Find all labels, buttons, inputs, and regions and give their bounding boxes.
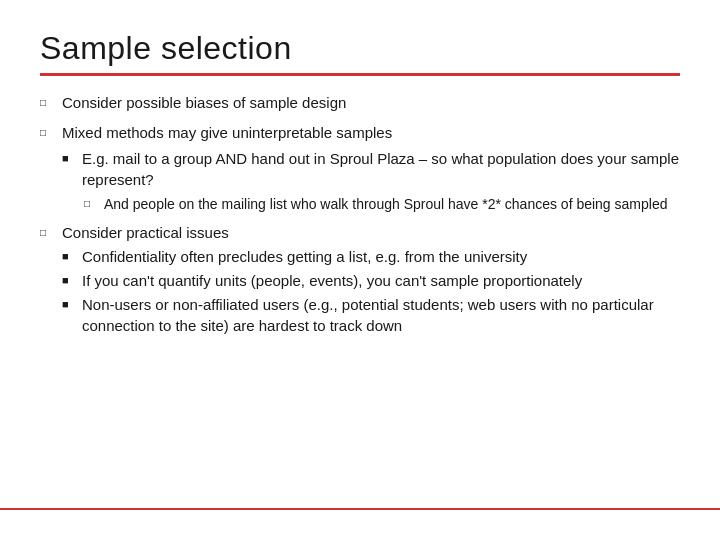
slide-title: Sample selection bbox=[40, 30, 680, 67]
list-item: □ Mixed methods may give uninterpretable… bbox=[40, 122, 680, 144]
bullet-text: E.g. mail to a group AND hand out in Spr… bbox=[82, 148, 680, 192]
bullet-text: Consider practical issues bbox=[62, 222, 680, 244]
content-area: □ Consider possible biases of sample des… bbox=[40, 92, 680, 337]
bullet-marker: □ bbox=[84, 197, 104, 212]
bullet-text: Confidentiality often precludes getting … bbox=[82, 246, 680, 268]
bullet-marker: □ bbox=[40, 226, 62, 241]
bullet-text: Non-users or non-affiliated users (e.g.,… bbox=[82, 294, 680, 338]
bullet-marker: □ bbox=[40, 126, 62, 141]
bullet-text: If you can't quantify units (people, eve… bbox=[82, 270, 680, 292]
title-underline bbox=[40, 73, 680, 76]
list-item: ■ E.g. mail to a group AND hand out in S… bbox=[62, 148, 680, 192]
list-item: □ Consider possible biases of sample des… bbox=[40, 92, 680, 114]
list-item: ■ Confidentiality often precludes gettin… bbox=[62, 246, 680, 268]
bullet-marker: □ bbox=[40, 96, 62, 111]
slide: Sample selection □ Consider possible bia… bbox=[0, 0, 720, 540]
list-item: ■ If you can't quantify units (people, e… bbox=[62, 270, 680, 292]
bullet-marker: ■ bbox=[62, 151, 82, 167]
bullet-marker: ■ bbox=[62, 273, 82, 289]
list-item: □ And people on the mailing list who wal… bbox=[84, 194, 680, 214]
bullet-text: And people on the mailing list who walk … bbox=[104, 194, 680, 214]
bullet-marker: ■ bbox=[62, 297, 82, 313]
bullet-text: Mixed methods may give uninterpretable s… bbox=[62, 122, 680, 144]
bottom-rule bbox=[0, 508, 720, 510]
list-item: ■ Non-users or non-affiliated users (e.g… bbox=[62, 294, 680, 338]
bullet-marker: ■ bbox=[62, 249, 82, 265]
list-item: □ Consider practical issues bbox=[40, 222, 680, 244]
bullet-text: Consider possible biases of sample desig… bbox=[62, 92, 680, 114]
